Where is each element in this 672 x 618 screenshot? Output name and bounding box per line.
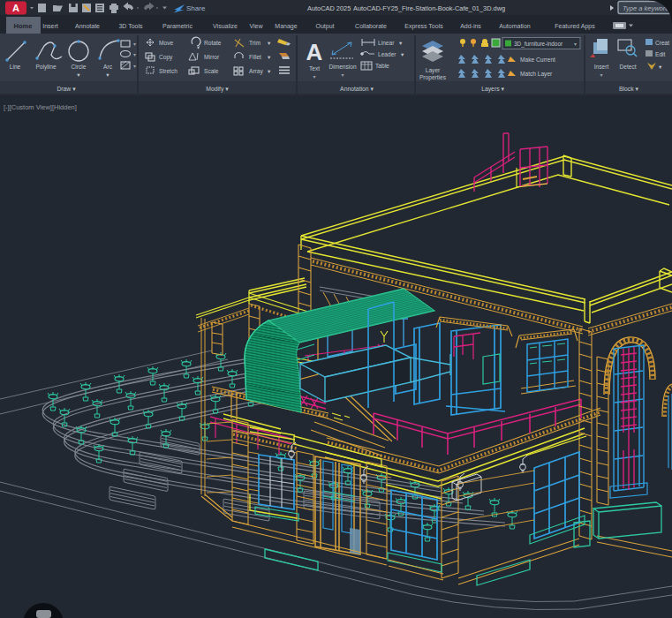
svg-text:Manage: Manage [275,23,297,30]
svg-text:Dimension: Dimension [328,64,356,70]
svg-text:▾: ▾ [341,72,344,78]
svg-text:AutoCAD-FY25_Fire-Station-Book: AutoCAD-FY25_Fire-Station-Book-Cafe_01_3… [353,4,505,12]
svg-text:Detect: Detect [619,64,636,70]
svg-text:▾: ▾ [313,74,315,79]
svg-text:Make Current: Make Current [520,57,555,63]
svg-text:▾: ▾ [574,41,577,47]
svg-text:Match Layer: Match Layer [520,71,553,78]
svg-text:Properties: Properties [419,74,447,81]
svg-text:▾: ▾ [268,68,271,74]
svg-text:▾: ▾ [600,72,602,78]
svg-text:Circle: Circle [72,64,87,70]
svg-text:Mirror: Mirror [204,54,220,60]
svg-text:Collaborate: Collaborate [355,23,387,29]
svg-text:▾: ▾ [106,72,109,78]
svg-text:Scale: Scale [204,68,219,74]
svg-text:View: View [249,23,263,29]
svg-text:[-][Custom View][Hidden]: [-][Custom View][Hidden] [4,103,77,111]
svg-text:Text: Text [309,65,320,72]
svg-text:Stretch: Stretch [159,68,177,74]
svg-text:Output: Output [315,23,334,30]
svg-text:Annotate: Annotate [75,23,100,29]
svg-text:3D Tools: 3D Tools [118,23,143,29]
svg-text:Trim: Trim [249,40,260,46]
svg-text:Polyline: Polyline [35,64,56,71]
svg-text:Table: Table [375,63,389,69]
svg-text:Creat: Creat [655,40,669,46]
svg-text:Modify ▾: Modify ▾ [206,86,229,93]
svg-text:▾: ▾ [401,51,404,57]
svg-text:A: A [306,39,323,65]
svg-text:▾: ▾ [268,54,271,60]
svg-text:▾: ▾ [133,52,136,57]
svg-text:▾: ▾ [659,64,662,70]
svg-text:▾: ▾ [268,40,271,46]
svg-text:Move: Move [159,40,173,46]
svg-text:Edit: Edit [655,51,666,57]
svg-text:Featured Apps: Featured Apps [555,23,595,30]
svg-text:Share: Share [186,4,206,12]
svg-text:Block ▾: Block ▾ [619,86,639,92]
svg-text:Linear: Linear [378,40,395,46]
svg-text:▾: ▾ [77,72,80,78]
svg-text:Draw ▾: Draw ▾ [57,86,76,92]
svg-text:▾: ▾ [133,64,136,69]
svg-text:Array: Array [249,68,263,75]
svg-text:Parametric: Parametric [162,23,193,29]
svg-text:3D_furniture-indoor: 3D_furniture-indoor [514,41,563,48]
svg-text:AutoCAD 2025: AutoCAD 2025 [307,4,351,12]
svg-text:Insert: Insert [42,23,58,29]
svg-text:Line: Line [10,64,21,70]
svg-text:Layer: Layer [426,67,441,74]
svg-text:Add-ins: Add-ins [460,23,481,29]
svg-text:Insert: Insert [594,64,609,70]
svg-text:Visualize: Visualize [213,23,238,29]
svg-text:Layers ▾: Layers ▾ [481,86,504,93]
svg-text:Copy: Copy [159,54,173,61]
svg-text:Home: Home [14,22,33,30]
svg-text:Annotation ▾: Annotation ▾ [340,86,374,92]
svg-text:Automation: Automation [499,23,531,29]
svg-text:Rotate: Rotate [204,40,222,46]
svg-text:Leader: Leader [378,51,396,57]
svg-text:Express Tools: Express Tools [404,23,443,30]
svg-text:A: A [12,3,19,13]
svg-text:Fillet: Fillet [249,54,261,60]
svg-text:Arc: Arc [103,64,113,70]
svg-text:▾: ▾ [133,41,136,47]
svg-text:▾: ▾ [399,40,403,46]
